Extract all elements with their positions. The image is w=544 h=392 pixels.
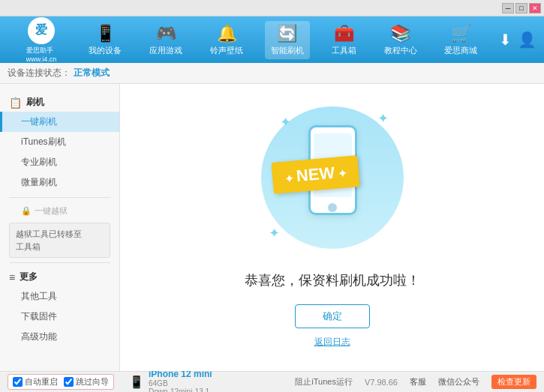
device-model: Down-12mini-13.1 (149, 388, 212, 393)
main-layout: 📋 刷机 一键刷机 iTunes刷机 专业刷机 微量刷机 🔒 一键越狱 越狱工具… (0, 84, 544, 371)
flash-section-icon: 📋 (9, 97, 22, 109)
nav-item-apps-games[interactable]: 🎮 应用游戏 (143, 21, 188, 59)
sidebar: 📋 刷机 一键刷机 iTunes刷机 专业刷机 微量刷机 🔒 一键越狱 越狱工具… (0, 84, 120, 371)
version-label: V7.98.66 (365, 378, 398, 387)
device-phone-icon: 📱 (129, 375, 144, 389)
title-bar: ─ □ ✕ (0, 0, 544, 16)
nav-item-toolbox[interactable]: 🧰 工具箱 (326, 21, 362, 59)
smart-flash-icon: 🔄 (277, 24, 297, 43)
logo-icon: 爱 (28, 17, 55, 44)
auto-start-input[interactable] (13, 377, 23, 387)
skip-wizard-checkbox[interactable]: 跳过向导 (64, 376, 109, 388)
title-bar-controls: ─ □ ✕ (502, 3, 541, 13)
sparkle-2: ✦ (377, 110, 389, 127)
check-update-button[interactable]: 检查更新 (491, 375, 536, 389)
sidebar-item-micro-flash[interactable]: 微量刷机 (0, 172, 119, 193)
maximize-button[interactable]: □ (515, 3, 527, 13)
shop-icon: 🛒 (451, 24, 471, 43)
sidebar-item-other-tools[interactable]: 其他工具 (0, 286, 119, 307)
sparkle-1: ✦ (280, 114, 291, 130)
minimize-button[interactable]: ─ (502, 3, 514, 13)
ringtones-icon: 🔔 (217, 24, 237, 43)
sidebar-jailbreak-disabled: 🔒 一键越狱 (0, 202, 119, 220)
top-nav: 爱 爱思助手 www.i4.cn 📱 我的设备 🎮 应用游戏 🔔 铃声壁纸 🔄 … (0, 16, 544, 63)
bottom-bar: 自动重启 跳过向导 📱 iPhone 12 mini 64GB Down-12m… (0, 371, 544, 392)
device-info: iPhone 12 mini 64GB Down-12mini-13.1 (149, 369, 212, 393)
bottom-left: 自动重启 跳过向导 📱 iPhone 12 mini 64GB Down-12m… (8, 369, 295, 393)
divider-2 (9, 262, 110, 263)
lock-icon: 🔒 (21, 206, 32, 216)
sidebar-item-itunes-flash[interactable]: iTunes刷机 (0, 132, 119, 152)
toolbox-icon: 🧰 (334, 24, 354, 43)
nav-item-smart-flash[interactable]: 🔄 智能刷机 (265, 21, 310, 59)
content-area: ✦ ✦ ✦ NEW 恭喜您，保资料刷机成功啦！ 确定 返回日志 (120, 84, 544, 371)
bottom-right: 阻止iTunes运行 V7.98.66 客服 微信公众号 检查更新 (295, 375, 536, 389)
sidebar-jailbreak-note: 越狱工具已转移至工具箱 (9, 223, 110, 258)
status-bar: 设备连接状态： 正常模式 (0, 63, 544, 84)
nav-item-tutorial[interactable]: 📚 教程中心 (378, 21, 423, 59)
download-icon[interactable]: ⬇ (499, 31, 512, 49)
phone-home-button (328, 203, 337, 212)
confirm-button[interactable]: 确定 (295, 304, 370, 328)
nav-item-my-device[interactable]: 📱 我的设备 (83, 21, 128, 59)
logo-area: 爱 爱思助手 www.i4.cn (8, 17, 75, 63)
back-home-link[interactable]: 返回日志 (314, 336, 350, 349)
sidebar-section-more: ≡ 更多 (0, 268, 119, 286)
success-text: 恭喜您，保资料刷机成功啦！ (245, 271, 420, 289)
wechat-link[interactable]: 微信公众号 (438, 376, 479, 388)
auto-start-checkbox[interactable]: 自动重启 (13, 376, 58, 388)
checkboxes-container: 自动重启 跳过向导 (8, 374, 114, 390)
apps-games-icon: 🎮 (156, 24, 176, 43)
logo-subtitle: 爱思助手 www.i4.cn (26, 46, 57, 63)
sidebar-item-download-firmware[interactable]: 下载固件 (0, 307, 119, 327)
my-device-icon: 📱 (95, 24, 116, 43)
divider-1 (9, 197, 110, 198)
itunes-notice[interactable]: 阻止iTunes运行 (295, 376, 353, 388)
more-section-icon: ≡ (9, 271, 15, 283)
status-value: 正常模式 (74, 67, 110, 79)
sidebar-item-one-key-flash[interactable]: 一键刷机 (0, 112, 119, 132)
nav-item-ringtones[interactable]: 🔔 铃声壁纸 (204, 21, 249, 59)
nav-right: ⬇ 👤 (499, 31, 536, 49)
customer-service-link[interactable]: 客服 (410, 376, 426, 388)
nav-items: 📱 我的设备 🎮 应用游戏 🔔 铃声壁纸 🔄 智能刷机 🧰 工具箱 📚 教程中心… (75, 21, 491, 59)
device-section: 📱 iPhone 12 mini 64GB Down-12mini-13.1 (129, 369, 212, 393)
nav-item-shop[interactable]: 🛒 爱思商城 (438, 21, 483, 59)
sparkle-3: ✦ (269, 225, 280, 241)
skip-wizard-input[interactable] (64, 377, 74, 387)
user-icon[interactable]: 👤 (518, 31, 536, 49)
sidebar-section-flash: 📋 刷机 (0, 93, 119, 112)
sidebar-item-advanced[interactable]: 高级功能 (0, 327, 119, 347)
close-button[interactable]: ✕ (529, 3, 541, 13)
phone-illustration: ✦ ✦ ✦ NEW (257, 106, 407, 256)
status-label: 设备连接状态： (8, 67, 71, 79)
device-capacity: 64GB (149, 379, 212, 388)
tutorial-icon: 📚 (390, 24, 410, 43)
sidebar-item-pro-flash[interactable]: 专业刷机 (0, 152, 119, 172)
